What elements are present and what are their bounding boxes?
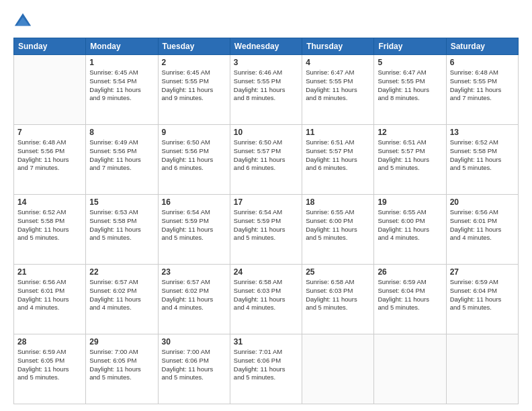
cell-date-number: 28: [17, 337, 82, 347]
weekday-header-thursday: Thursday: [302, 38, 374, 55]
cell-date-number: 25: [306, 267, 370, 277]
calendar-cell: 12Sunrise: 6:51 AM Sunset: 5:57 PM Dayli…: [374, 125, 446, 195]
page: SundayMondayTuesdayWednesdayThursdayFrid…: [0, 0, 532, 411]
cell-date-number: 6: [450, 58, 515, 67]
cell-info-text: Sunrise: 6:51 AM Sunset: 5:57 PM Dayligh…: [306, 138, 370, 173]
cell-info-text: Sunrise: 6:55 AM Sunset: 6:00 PM Dayligh…: [378, 208, 442, 242]
calendar-cell: 26Sunrise: 6:59 AM Sunset: 6:04 PM Dayli…: [374, 265, 446, 334]
cell-info-text: Sunrise: 6:50 AM Sunset: 5:57 PM Dayligh…: [234, 138, 298, 173]
cell-info-text: Sunrise: 6:53 AM Sunset: 5:58 PM Dayligh…: [89, 208, 154, 242]
calendar-cell: 28Sunrise: 6:59 AM Sunset: 6:05 PM Dayli…: [14, 334, 86, 404]
calendar-cell: 1Sunrise: 6:45 AM Sunset: 5:54 PM Daylig…: [86, 55, 158, 125]
cell-date-number: 24: [234, 267, 298, 277]
calendar-cell: 14Sunrise: 6:52 AM Sunset: 5:58 PM Dayli…: [14, 195, 86, 265]
logo: [13, 12, 35, 31]
weekday-header-monday: Monday: [86, 38, 158, 55]
cell-date-number: 13: [450, 128, 515, 137]
calendar-cell: 11Sunrise: 6:51 AM Sunset: 5:57 PM Dayli…: [302, 125, 374, 195]
weekday-header-row: SundayMondayTuesdayWednesdayThursdayFrid…: [14, 38, 519, 55]
cell-info-text: Sunrise: 6:56 AM Sunset: 6:01 PM Dayligh…: [17, 278, 82, 312]
weekday-header-sunday: Sunday: [14, 38, 86, 55]
cell-date-number: 16: [162, 197, 226, 207]
calendar-cell: 3Sunrise: 6:46 AM Sunset: 5:55 PM Daylig…: [230, 55, 302, 125]
cell-info-text: Sunrise: 7:00 AM Sunset: 6:06 PM Dayligh…: [162, 348, 226, 382]
cell-date-number: 3: [234, 58, 298, 67]
calendar-cell: 9Sunrise: 6:50 AM Sunset: 5:56 PM Daylig…: [158, 125, 230, 195]
calendar-cell: 22Sunrise: 6:57 AM Sunset: 6:02 PM Dayli…: [86, 265, 158, 334]
cell-date-number: 9: [162, 128, 226, 137]
cell-date-number: 20: [450, 197, 515, 207]
cell-info-text: Sunrise: 6:47 AM Sunset: 5:55 PM Dayligh…: [306, 68, 370, 103]
header: [13, 12, 519, 31]
cell-date-number: 8: [89, 128, 154, 137]
calendar-cell: 2Sunrise: 6:45 AM Sunset: 5:55 PM Daylig…: [158, 55, 230, 125]
cell-info-text: Sunrise: 6:45 AM Sunset: 5:55 PM Dayligh…: [162, 68, 226, 103]
cell-date-number: 7: [17, 128, 82, 137]
cell-date-number: 11: [306, 128, 370, 137]
calendar-week-row: 28Sunrise: 6:59 AM Sunset: 6:05 PM Dayli…: [14, 334, 519, 404]
calendar-cell: 25Sunrise: 6:58 AM Sunset: 6:03 PM Dayli…: [302, 265, 374, 334]
cell-info-text: Sunrise: 6:46 AM Sunset: 5:55 PM Dayligh…: [234, 68, 298, 103]
calendar-cell: 7Sunrise: 6:48 AM Sunset: 5:56 PM Daylig…: [14, 125, 86, 195]
cell-info-text: Sunrise: 6:54 AM Sunset: 5:59 PM Dayligh…: [162, 208, 226, 242]
calendar-cell: 5Sunrise: 6:47 AM Sunset: 5:55 PM Daylig…: [374, 55, 446, 125]
cell-info-text: Sunrise: 6:58 AM Sunset: 6:03 PM Dayligh…: [234, 278, 298, 312]
calendar-cell: 4Sunrise: 6:47 AM Sunset: 5:55 PM Daylig…: [302, 55, 374, 125]
cell-date-number: 26: [378, 267, 442, 277]
cell-date-number: 23: [162, 267, 226, 277]
weekday-header-wednesday: Wednesday: [230, 38, 302, 55]
calendar-cell: 21Sunrise: 6:56 AM Sunset: 6:01 PM Dayli…: [14, 265, 86, 334]
cell-info-text: Sunrise: 6:48 AM Sunset: 5:56 PM Dayligh…: [17, 138, 82, 173]
calendar-cell: 31Sunrise: 7:01 AM Sunset: 6:06 PM Dayli…: [230, 334, 302, 404]
weekday-header-friday: Friday: [374, 38, 446, 55]
calendar-cell: [446, 334, 518, 404]
cell-info-text: Sunrise: 6:59 AM Sunset: 6:05 PM Dayligh…: [17, 348, 82, 382]
calendar-week-row: 21Sunrise: 6:56 AM Sunset: 6:01 PM Dayli…: [14, 265, 519, 334]
cell-info-text: Sunrise: 6:58 AM Sunset: 6:03 PM Dayligh…: [306, 278, 370, 312]
calendar-cell: 17Sunrise: 6:54 AM Sunset: 5:59 PM Dayli…: [230, 195, 302, 265]
cell-date-number: 17: [234, 197, 298, 207]
calendar-cell: 24Sunrise: 6:58 AM Sunset: 6:03 PM Dayli…: [230, 265, 302, 334]
cell-info-text: Sunrise: 6:47 AM Sunset: 5:55 PM Dayligh…: [378, 68, 442, 103]
cell-date-number: 30: [162, 337, 226, 347]
calendar-week-row: 14Sunrise: 6:52 AM Sunset: 5:58 PM Dayli…: [14, 195, 519, 265]
calendar-cell: [14, 55, 86, 125]
calendar-cell: 6Sunrise: 6:48 AM Sunset: 5:55 PM Daylig…: [446, 55, 518, 125]
cell-info-text: Sunrise: 6:52 AM Sunset: 5:58 PM Dayligh…: [17, 208, 82, 242]
cell-info-text: Sunrise: 6:45 AM Sunset: 5:54 PM Dayligh…: [89, 68, 154, 103]
cell-info-text: Sunrise: 7:00 AM Sunset: 6:05 PM Dayligh…: [89, 348, 154, 382]
calendar-cell: 19Sunrise: 6:55 AM Sunset: 6:00 PM Dayli…: [374, 195, 446, 265]
cell-info-text: Sunrise: 6:59 AM Sunset: 6:04 PM Dayligh…: [450, 278, 515, 312]
calendar-table: SundayMondayTuesdayWednesdayThursdayFrid…: [13, 38, 519, 404]
calendar-cell: [302, 334, 374, 404]
weekday-header-tuesday: Tuesday: [158, 38, 230, 55]
calendar-cell: 16Sunrise: 6:54 AM Sunset: 5:59 PM Dayli…: [158, 195, 230, 265]
cell-date-number: 15: [89, 197, 154, 207]
cell-info-text: Sunrise: 6:59 AM Sunset: 6:04 PM Dayligh…: [378, 278, 442, 312]
calendar-cell: 18Sunrise: 6:55 AM Sunset: 6:00 PM Dayli…: [302, 195, 374, 265]
cell-date-number: 2: [162, 58, 226, 67]
calendar-cell: 13Sunrise: 6:52 AM Sunset: 5:58 PM Dayli…: [446, 125, 518, 195]
cell-info-text: Sunrise: 6:56 AM Sunset: 6:01 PM Dayligh…: [450, 208, 515, 242]
logo-icon: [13, 12, 32, 31]
cell-info-text: Sunrise: 6:55 AM Sunset: 6:00 PM Dayligh…: [306, 208, 370, 242]
calendar-cell: 29Sunrise: 7:00 AM Sunset: 6:05 PM Dayli…: [86, 334, 158, 404]
calendar-cell: [374, 334, 446, 404]
cell-date-number: 5: [378, 58, 442, 67]
calendar-cell: 30Sunrise: 7:00 AM Sunset: 6:06 PM Dayli…: [158, 334, 230, 404]
cell-date-number: 14: [17, 197, 82, 207]
cell-date-number: 19: [378, 197, 442, 207]
cell-info-text: Sunrise: 6:49 AM Sunset: 5:56 PM Dayligh…: [89, 138, 154, 173]
calendar-cell: 20Sunrise: 6:56 AM Sunset: 6:01 PM Dayli…: [446, 195, 518, 265]
cell-date-number: 1: [89, 58, 154, 67]
calendar-cell: 8Sunrise: 6:49 AM Sunset: 5:56 PM Daylig…: [86, 125, 158, 195]
cell-info-text: Sunrise: 6:50 AM Sunset: 5:56 PM Dayligh…: [162, 138, 226, 173]
cell-date-number: 4: [306, 58, 370, 67]
weekday-header-saturday: Saturday: [446, 38, 518, 55]
cell-info-text: Sunrise: 6:51 AM Sunset: 5:57 PM Dayligh…: [378, 138, 442, 173]
cell-info-text: Sunrise: 6:57 AM Sunset: 6:02 PM Dayligh…: [89, 278, 154, 312]
cell-date-number: 18: [306, 197, 370, 207]
calendar-cell: 23Sunrise: 6:57 AM Sunset: 6:02 PM Dayli…: [158, 265, 230, 334]
calendar-cell: 10Sunrise: 6:50 AM Sunset: 5:57 PM Dayli…: [230, 125, 302, 195]
cell-date-number: 31: [234, 337, 298, 347]
